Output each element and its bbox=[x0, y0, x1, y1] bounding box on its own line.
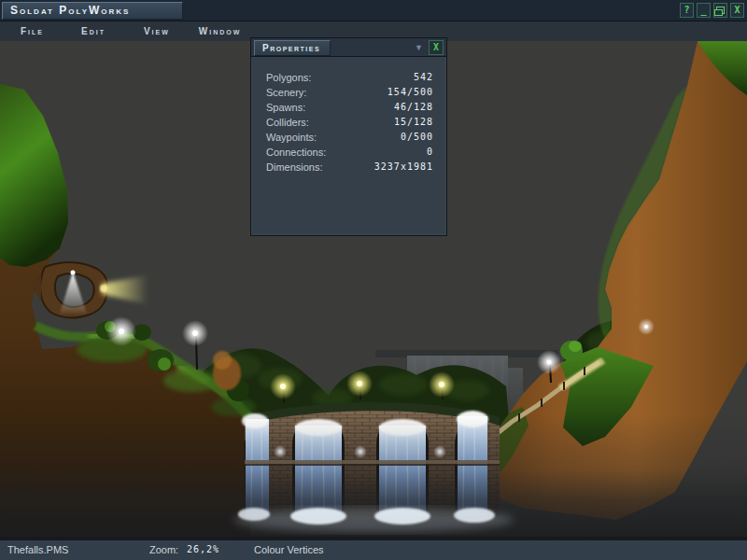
restore-icon bbox=[716, 7, 725, 14]
menu-edit[interactable]: Edit bbox=[81, 26, 106, 36]
prop-row-colliders: Colliders: 15/128 bbox=[251, 115, 446, 130]
chevron-down-icon[interactable]: ▼ bbox=[415, 43, 423, 52]
menu-file[interactable]: File bbox=[21, 26, 44, 36]
prop-row-polygons: Polygons: 542 bbox=[251, 70, 446, 85]
prop-row-connections: Connections: 0 bbox=[251, 145, 446, 160]
help-button[interactable]: ? bbox=[680, 3, 694, 18]
properties-title: Properties bbox=[254, 40, 331, 56]
restore-button[interactable] bbox=[713, 3, 727, 18]
prop-row-waypoints: Waypoints: 0/500 bbox=[251, 130, 446, 145]
properties-body: Polygons: 542 Scenery: 154/500 Spawns: 4… bbox=[251, 57, 446, 175]
window-title: Soldat PolyWorks bbox=[2, 2, 183, 20]
status-filename: Thefalls.PMS bbox=[7, 544, 68, 555]
menu-window[interactable]: Window bbox=[199, 26, 242, 36]
prop-row-scenery: Scenery: 154/500 bbox=[251, 85, 446, 100]
properties-panel: Properties ▼ X Polygons: 542 Scenery: 15… bbox=[250, 37, 447, 236]
status-bar: Thefalls.PMS Zoom: 26,2% Colour Vertices bbox=[0, 537, 747, 560]
panel-close-button[interactable]: X bbox=[429, 40, 444, 55]
minimize-button[interactable]: _ bbox=[697, 3, 711, 18]
status-zoom-label: Zoom: bbox=[149, 544, 178, 555]
waterfall-foam bbox=[233, 508, 514, 532]
menu-view[interactable]: View bbox=[144, 26, 170, 36]
app-window: Soldat PolyWorks ? _ X File Edit View Wi… bbox=[0, 0, 747, 560]
title-bar: Soldat PolyWorks ? _ X bbox=[0, 0, 747, 21]
window-controls: ? _ X bbox=[680, 3, 744, 18]
prop-row-dimensions: Dimensions: 3237x1981 bbox=[251, 160, 446, 175]
prop-row-spawns: Spawns: 46/128 bbox=[251, 100, 446, 115]
status-mode: Colour Vertices bbox=[254, 544, 324, 555]
properties-header[interactable]: Properties ▼ X bbox=[251, 38, 446, 57]
close-button[interactable]: X bbox=[730, 3, 744, 18]
status-zoom-value: 26,2% bbox=[187, 544, 219, 554]
